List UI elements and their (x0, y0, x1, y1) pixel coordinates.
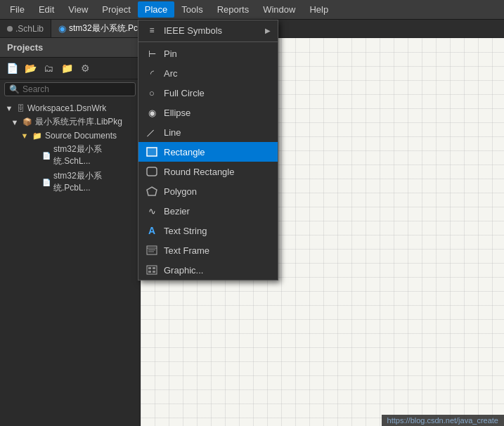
panel-title: Projects (0, 38, 140, 58)
project-tree: ▼ 🗄 Workspace1.DsnWrk ▼ 📦 最小系统元件库.LibPkg… (0, 99, 140, 426)
toolbar-open[interactable]: 📂 (22, 60, 38, 76)
panel-toolbar: 📄 📂 🗂 📁 ⚙ (0, 58, 140, 79)
libpkg-icon: 📦 (22, 117, 32, 127)
menu-help[interactable]: Help (302, 1, 335, 18)
pin-label: Pin (164, 49, 271, 59)
ieee-submenu-arrow: ▶ (265, 27, 271, 34)
menu-bezier[interactable]: ∿ Bezier (138, 201, 278, 221)
pcblib-file-icon: 📄 (42, 179, 51, 186)
libpkg-label: 最小系统元件库.LibPkg (35, 116, 122, 128)
ellipse-icon: ◉ (146, 106, 158, 119)
text-frame-label: Text Frame (164, 245, 271, 256)
menu-arc[interactable]: ◜ Arc (138, 63, 278, 83)
source-label: Source Documents (45, 131, 117, 141)
toolbar-settings[interactable]: ⚙ (77, 60, 93, 76)
svg-rect-2 (147, 167, 157, 176)
menu-pin[interactable]: ⊢ Pin (138, 44, 278, 63)
ieee-label: IEEE Symbols (164, 25, 259, 36)
svg-rect-12 (153, 271, 155, 273)
tree-pcblib-file[interactable]: 📄 stm32最小系统.PcbL... (0, 169, 140, 195)
svg-marker-3 (147, 187, 157, 195)
menu-ellipse[interactable]: ◉ Ellipse (138, 103, 278, 122)
line-icon: — (143, 123, 160, 141)
arc-icon: ◜ (146, 67, 158, 79)
workspace-icon: 🗄 (17, 104, 25, 112)
menu-ieee-symbols[interactable]: IEEE Symbols ▶ (138, 20, 278, 40)
graphic-icon (146, 264, 158, 276)
tree-schlib-file[interactable]: 📄 stm32最小系统.SchL... (0, 142, 140, 169)
search-box[interactable]: 🔍 (4, 82, 136, 96)
search-icon: 🔍 (9, 84, 20, 94)
tab-schlib-label: .SchLib (15, 24, 44, 34)
menubar: File Edit View Project Place Tools Repor… (0, 0, 504, 20)
rectangle-label: Rectangle (164, 147, 271, 157)
graphic-label: Graphic... (164, 265, 271, 276)
source-folder-icon: 📁 (32, 131, 42, 141)
bezier-icon: ∿ (146, 205, 158, 217)
ellipse-label: Ellipse (164, 108, 271, 118)
toolbar-folder[interactable]: 🗂 (41, 60, 56, 76)
menu-text-frame[interactable]: Text Frame (138, 240, 278, 260)
polygon-icon (146, 185, 158, 198)
toolbar-new[interactable]: 📄 (4, 60, 20, 76)
menu-graphic[interactable]: Graphic... (138, 260, 278, 280)
pcblib-file-label: stm32最小系统.PcbL... (53, 170, 136, 194)
menu-tools[interactable]: Tools (174, 1, 209, 18)
ieee-icon (146, 24, 158, 37)
status-bar: https://blog.csdn.net/java_create (382, 415, 504, 426)
text-frame-icon (146, 244, 158, 257)
libpkg-expand-icon: ▼ (10, 118, 20, 127)
tab-schlib-icon (7, 26, 13, 32)
menu-place[interactable]: Place (138, 1, 175, 18)
workspace-label: Workspace1.DsnWrk (27, 103, 106, 113)
rectangle-icon (146, 146, 158, 158)
tree-source[interactable]: ▼ 📁 Source Documents (0, 129, 140, 142)
place-dropdown-menu: IEEE Symbols ▶ ⊢ Pin ◜ Arc ○ Full Circle… (138, 20, 278, 280)
menu-polygon[interactable]: Polygon (138, 181, 278, 201)
menu-round-rectangle[interactable]: Round Rectangle (138, 162, 278, 181)
full-circle-label: Full Circle (164, 88, 271, 98)
menu-edit[interactable]: Edit (32, 1, 61, 18)
full-circle-icon: ○ (146, 86, 158, 99)
toolbar-folder2[interactable]: 📁 (59, 60, 75, 76)
tab-schlib[interactable]: .SchLib (0, 20, 51, 37)
tab-pcblib-icon: ◉ (58, 23, 66, 34)
left-panel: Projects 📄 📂 🗂 📁 ⚙ 🔍 ▼ 🗄 Workspace1.DsnW… (0, 38, 141, 426)
menu-full-circle[interactable]: ○ Full Circle (138, 83, 278, 103)
menu-sep-1 (138, 41, 278, 42)
menu-view[interactable]: View (61, 1, 95, 18)
line-label: Line (164, 127, 271, 138)
workspace-expand-icon: ▼ (4, 104, 14, 112)
menu-line[interactable]: — Line (138, 122, 278, 142)
svg-rect-11 (148, 271, 151, 273)
bezier-label: Bezier (164, 206, 271, 217)
menu-reports[interactable]: Reports (210, 1, 257, 18)
svg-rect-4 (147, 246, 157, 254)
round-rectangle-icon (146, 165, 158, 178)
tree-libpkg[interactable]: ▼ 📦 最小系统元件库.LibPkg (0, 115, 140, 129)
text-string-label: Text String (164, 226, 271, 236)
svg-rect-9 (148, 267, 151, 269)
status-url: https://blog.csdn.net/java_create (387, 416, 498, 425)
source-expand-icon: ▼ (20, 131, 30, 140)
menu-rectangle[interactable]: Rectangle (138, 142, 278, 162)
round-rectangle-label: Round Rectangle (164, 167, 271, 177)
menu-project[interactable]: Project (95, 1, 137, 18)
arc-label: Arc (164, 68, 271, 79)
svg-rect-1 (147, 148, 157, 156)
svg-rect-10 (153, 267, 155, 269)
menu-file[interactable]: File (3, 1, 32, 18)
pin-icon: ⊢ (146, 47, 158, 60)
menu-text-string[interactable]: A Text String (138, 221, 278, 240)
search-input[interactable] (22, 84, 121, 94)
text-string-icon: A (146, 224, 158, 237)
schlib-file-label: stm32最小系统.SchL... (53, 143, 136, 167)
schlib-file-icon: 📄 (42, 152, 51, 160)
tree-workspace[interactable]: ▼ 🗄 Workspace1.DsnWrk (0, 102, 140, 115)
menu-window[interactable]: Window (256, 1, 302, 18)
polygon-label: Polygon (164, 186, 271, 197)
